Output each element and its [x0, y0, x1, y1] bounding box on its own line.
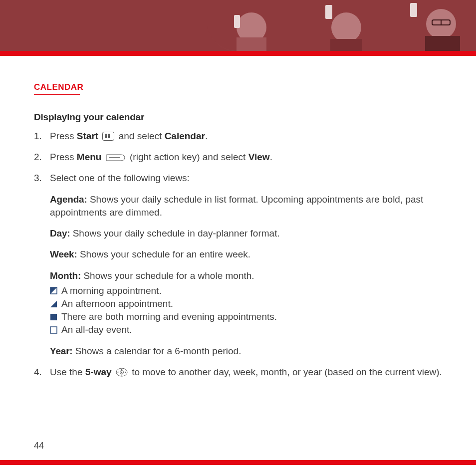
legend-afternoon-text: An afternoon appointment. [61, 297, 173, 310]
agenda-label: Agenda: [50, 194, 87, 205]
view-year: Year: Shows a calendar for a 6-month per… [50, 345, 447, 358]
text: . [205, 131, 208, 141]
svg-marker-19 [50, 287, 57, 294]
bold-menu: Menu [77, 152, 102, 162]
view-day: Day: Shows your daily schedule in day-pl… [50, 227, 447, 240]
week-text: Shows your schedule for an entire week. [77, 249, 250, 259]
morning-icon [50, 287, 57, 294]
svg-rect-8 [425, 36, 460, 51]
day-label: Day: [50, 228, 70, 238]
page-number: 44 [34, 441, 44, 451]
both-icon [50, 313, 57, 321]
text: Press [50, 131, 77, 141]
subheading: Displaying your calendar [34, 112, 447, 123]
legend-allday-row: An all-day event. [50, 323, 447, 336]
legend-morning-text: A morning appointment. [61, 284, 162, 297]
bold-calendar: Calendar [165, 131, 205, 141]
year-label: Year: [50, 346, 72, 356]
svg-rect-6 [325, 5, 332, 19]
five-way-icon [116, 368, 128, 377]
view-week: Week: Shows your schedule for an entire … [50, 248, 447, 261]
svg-rect-9 [410, 3, 417, 17]
step-4: Use the 5-way to move to another day, we… [34, 366, 447, 379]
start-key-icon [102, 132, 114, 141]
footer-red-rule [0, 460, 476, 465]
agenda-text: Shows your daily schedule in list format… [50, 194, 423, 218]
afternoon-icon [50, 300, 57, 308]
step-2: Press Menu (right action key) and select… [34, 151, 447, 164]
text: (right action key) and select [130, 152, 248, 162]
text: Press [50, 152, 77, 162]
year-text: Shows a calendar for a 6-month period. [72, 346, 241, 356]
svg-marker-20 [50, 301, 57, 307]
allday-icon [50, 326, 57, 334]
content-area: CALENDAR Displaying your calendar Press … [34, 82, 447, 387]
svg-rect-13 [105, 134, 107, 136]
steps-list: Press Start and select Calendar. Press M… [34, 130, 447, 379]
step-1: Press Start and select Calendar. [34, 130, 447, 143]
svg-rect-5 [330, 39, 362, 51]
svg-point-25 [121, 372, 122, 373]
month-text: Shows your schedule for a whole month. [81, 270, 254, 281]
header-red-rule [0, 51, 476, 56]
week-label: Week: [50, 249, 77, 259]
day-text: Shows your daily schedule in day-planner… [70, 228, 279, 238]
svg-point-4 [331, 12, 361, 42]
step-3-intro: Select one of the following views: [50, 173, 190, 183]
legend-allday-text: An all-day event. [61, 323, 132, 336]
action-key-icon [106, 154, 126, 162]
legend-afternoon-row: An afternoon appointment. [50, 297, 447, 310]
view-agenda: Agenda: Shows your daily schedule in lis… [50, 193, 447, 219]
svg-rect-14 [108, 134, 110, 136]
svg-rect-3 [234, 15, 240, 28]
bold-5way: 5-way [85, 367, 112, 377]
step-3: Select one of the following views: Agend… [34, 172, 447, 357]
month-legend: A morning appointment. An afternoon appo… [50, 284, 447, 337]
bold-start: Start [77, 131, 98, 141]
section-title: CALENDAR [34, 82, 447, 92]
view-month: Month: Shows your schedule for a whole m… [50, 269, 447, 337]
legend-both-text: There are both morning and evening appoi… [61, 310, 277, 323]
title-underline [34, 94, 80, 95]
text: to move to another day, week, month, or … [132, 367, 442, 377]
manual-page: CALENDAR Displaying your calendar Press … [0, 0, 476, 476]
svg-rect-22 [50, 327, 57, 333]
header-band [0, 0, 476, 51]
text: and select [119, 131, 165, 141]
legend-both-row: There are both morning and evening appoi… [50, 310, 447, 323]
svg-rect-15 [105, 136, 107, 138]
legend-morning-row: A morning appointment. [50, 284, 447, 297]
text: . [270, 152, 272, 162]
bold-view: View [248, 152, 270, 162]
svg-rect-21 [50, 314, 57, 320]
svg-rect-2 [237, 37, 266, 51]
text: Use the [50, 367, 85, 377]
header-photo [207, 0, 476, 51]
svg-rect-16 [108, 136, 110, 138]
month-label: Month: [50, 270, 81, 281]
